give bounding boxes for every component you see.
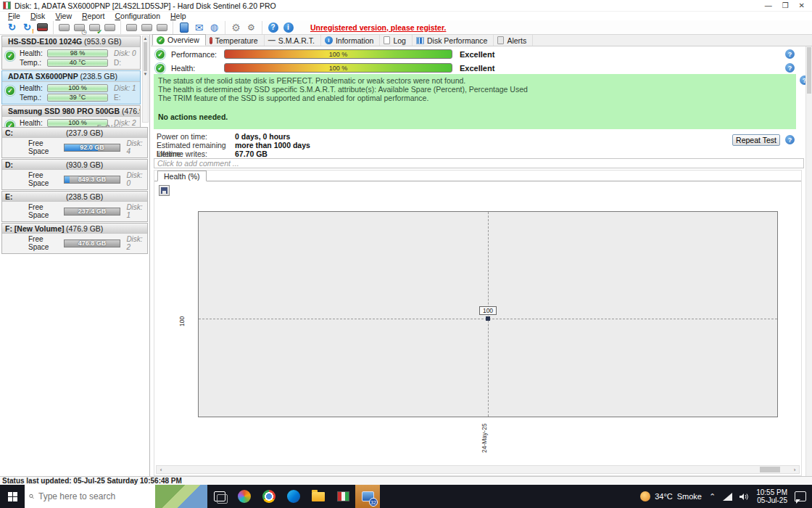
partition-entry-c[interactable]: C:(237.9 GB) Free Space92.0 GBDisk: 4 xyxy=(1,127,148,158)
drive-letter: D: xyxy=(114,59,121,67)
chart-x-tick: 24-May-25 xyxy=(468,443,500,453)
performance-label: Performance: xyxy=(171,50,211,59)
hardware-test-icon[interactable] xyxy=(139,21,154,34)
free-space-bar: 92.0 GB xyxy=(64,144,121,152)
partition-entry-f[interactable]: F: [New Volume](476.9 GB) Free Space476.… xyxy=(1,223,148,254)
help-icon[interactable]: ? xyxy=(265,21,281,34)
lifetime-writes-row: Lifetime writes: 67.70 GB xyxy=(157,149,268,158)
disk-test-icon[interactable] xyxy=(102,21,117,34)
taskbar-app-hdsentinel[interactable] xyxy=(331,485,355,508)
comment-input[interactable] xyxy=(154,158,804,168)
free-space-label: Free Space xyxy=(28,139,64,155)
disk-number: Disk: 0 xyxy=(114,49,136,57)
scroll-right-icon[interactable]: › xyxy=(790,467,799,473)
chart-tab-health[interactable]: Health (%) xyxy=(157,171,207,181)
partition-entry-d[interactable]: D:(930.9 GB) Free Space849.3 GBDisk: 0 xyxy=(1,159,148,190)
tab-information[interactable]: iInformation xyxy=(321,35,381,46)
refresh-icon[interactable]: ↻ xyxy=(4,21,20,34)
repeat-test-button[interactable]: Repeat Test xyxy=(732,134,780,146)
tab-temperature[interactable]: Temperature xyxy=(206,35,265,46)
clock-date: 05-Jul-25 xyxy=(756,496,787,504)
disk-entry-0[interactable]: HS-SSD-E100 1024G (953.9 GB) ✓ Health:98… xyxy=(1,36,141,70)
main-vertical-scrollbar[interactable] xyxy=(805,46,812,478)
temperature-badge: 32 xyxy=(369,498,378,507)
menu-report[interactable]: Report xyxy=(77,12,110,20)
sound-settings-icon[interactable]: ⚙ xyxy=(244,21,259,34)
settings-icon[interactable]: ⚙ xyxy=(228,21,244,34)
page-icon xyxy=(384,36,390,44)
temp-bar: 40 °C xyxy=(47,59,108,67)
tab-disk-performance[interactable]: Disk Performance xyxy=(413,35,494,46)
tab-overview[interactable]: ✓Overview xyxy=(152,34,206,46)
hidden-icons-chevron[interactable]: ⌃ xyxy=(709,492,716,501)
help-icon[interactable]: ? xyxy=(785,49,795,59)
about-icon[interactable]: i xyxy=(281,21,296,34)
search-icon xyxy=(29,492,34,501)
send-email-icon[interactable]: ✉ xyxy=(191,21,207,34)
start-button[interactable] xyxy=(0,485,25,508)
free-space-bar: 476.8 GB xyxy=(64,239,121,247)
eject-disk-icon[interactable] xyxy=(124,21,139,34)
weather-icon xyxy=(640,491,650,501)
surface-test-icon[interactable] xyxy=(35,21,50,34)
print-report-icon[interactable] xyxy=(154,21,170,34)
help-icon[interactable]: ? xyxy=(785,135,795,144)
taskbar-app-chrome[interactable] xyxy=(257,485,281,508)
news-widget-thumbnail[interactable] xyxy=(155,485,207,508)
unregistered-notice-link[interactable]: Unregistered version, please register. xyxy=(310,23,446,32)
free-space-label: Free Space xyxy=(28,235,64,251)
menu-view[interactable]: View xyxy=(50,12,77,20)
disk-number: Disk: 2 xyxy=(126,235,147,251)
help-icon[interactable]: ? xyxy=(785,63,795,73)
volume-icon[interactable] xyxy=(740,493,749,501)
network-test-icon[interactable]: ◍ xyxy=(207,21,222,34)
tab-log[interactable]: Log xyxy=(380,35,413,46)
network-icon[interactable] xyxy=(723,493,732,501)
menu-configuration[interactable]: Configuration xyxy=(110,12,165,20)
taskbar-search[interactable] xyxy=(25,485,155,508)
temp-label: Temp.: xyxy=(20,59,47,67)
menu-file[interactable]: File xyxy=(3,12,25,20)
scheduled-test-icon[interactable] xyxy=(72,21,87,34)
partition-drive: E: xyxy=(5,192,13,201)
taskbar-app-active-window[interactable]: 32 xyxy=(355,485,380,508)
file-explorer-icon xyxy=(312,492,325,501)
tab-smart[interactable]: —S.M.A.R.T. xyxy=(265,35,321,46)
scroll-left-icon[interactable]: ‹ xyxy=(157,467,165,473)
taskbar-app-photos[interactable] xyxy=(232,485,257,508)
maximize-button[interactable]: ❐ xyxy=(782,1,789,9)
report-icon[interactable] xyxy=(176,21,191,34)
disk-ok-icon[interactable] xyxy=(87,21,102,34)
search-input[interactable] xyxy=(38,491,151,501)
toolbar: ↻ ↻ ✉ ◍ ⚙ ⚙ ? i Unregistered version, pl… xyxy=(0,20,812,35)
disk-entry-1-selected[interactable]: ADATA SX6000PNP (238.5 GB) ✓ Health:100 … xyxy=(1,70,141,105)
taskbar-app-edge[interactable] xyxy=(281,485,306,508)
disk-control-icon[interactable] xyxy=(57,21,72,34)
ok-icon: ✓ xyxy=(155,49,165,60)
close-button[interactable]: ✕ xyxy=(799,1,805,9)
task-view-button[interactable] xyxy=(207,485,232,508)
taskbar-app-explorer[interactable] xyxy=(306,485,331,508)
detect-problems-icon[interactable]: ↻ xyxy=(20,21,35,34)
tab-alerts[interactable]: Alerts xyxy=(494,35,533,46)
temp-bar: 39 °C xyxy=(47,94,108,102)
taskbar-weather[interactable]: 34°C Smoke xyxy=(640,491,702,501)
minimize-button[interactable]: — xyxy=(765,1,772,9)
partition-entry-e[interactable]: E:(238.5 GB) Free Space237.4 GBDisk: 1 xyxy=(1,191,148,222)
status-line-3: The TRIM feature of the SSD is supported… xyxy=(158,94,792,102)
clock-time: 10:55 PM xyxy=(756,488,787,496)
notification-center-icon[interactable] xyxy=(795,491,806,501)
chart-point-label: 100 xyxy=(479,306,497,315)
health-chart-panel: Health (%) 100 100 24-May-25 ‹ › xyxy=(154,170,802,476)
save-chart-button[interactable] xyxy=(159,185,170,196)
title-bar: Disk: 1, ADATA SX6000PNP [2L4S2L1D5SJP] … xyxy=(0,0,812,12)
health-bar: 100 % xyxy=(47,84,108,92)
menu-help[interactable]: Help xyxy=(165,12,191,20)
chart-horizontal-scrollbar[interactable]: ‹ › xyxy=(156,465,800,474)
system-tray: 34°C Smoke ⌃ 10:55 PM 05-Jul-25 xyxy=(640,485,812,508)
status-line-4: No actions needed. xyxy=(158,112,792,121)
menu-disk[interactable]: Disk xyxy=(25,12,50,20)
disk-list-scrollbar[interactable]: ▲▼ xyxy=(142,36,149,123)
partition-drive: F: [New Volume] xyxy=(5,224,64,233)
taskbar-clock[interactable]: 10:55 PM 05-Jul-25 xyxy=(756,488,787,504)
